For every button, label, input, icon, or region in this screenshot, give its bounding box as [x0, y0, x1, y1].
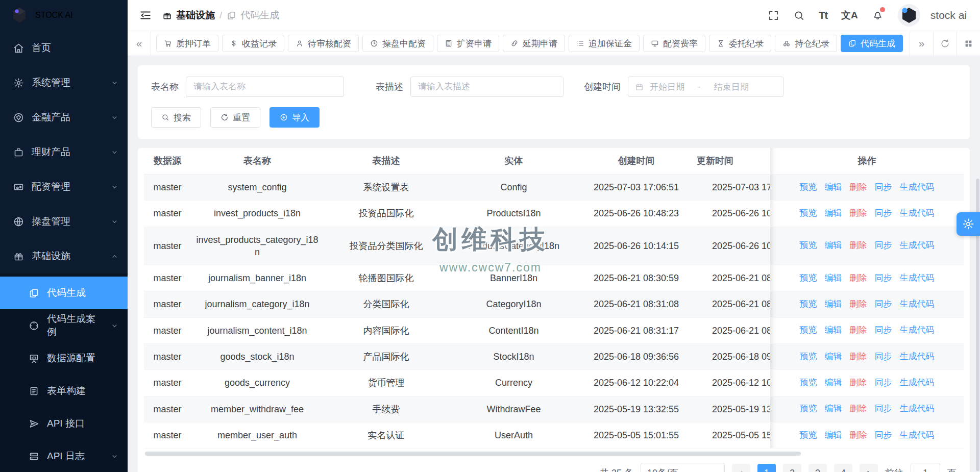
create-time-range-picker[interactable]: 开始日期 - 结束日期 — [628, 77, 783, 97]
tab-delay-apply[interactable]: 延期申请 — [503, 35, 565, 52]
fullscreen-icon[interactable] — [768, 10, 779, 21]
delete-link[interactable]: 删除 — [850, 240, 867, 252]
tabs-scroll-right-icon[interactable]: » — [910, 31, 933, 56]
sync-link[interactable]: 同步 — [875, 351, 892, 363]
generate-code-link[interactable]: 生成代码 — [900, 208, 935, 219]
preview-link[interactable]: 预览 — [800, 240, 817, 252]
preview-link[interactable]: 预览 — [800, 272, 817, 284]
page-button-2[interactable]: 2 — [783, 464, 801, 472]
preview-link[interactable]: 预览 — [800, 351, 817, 363]
sync-link[interactable]: 同步 — [875, 430, 892, 441]
generate-code-link[interactable]: 生成代码 — [900, 351, 935, 363]
tab-entrust-records[interactable]: 委托纪录 — [709, 35, 771, 52]
sync-link[interactable]: 同步 — [875, 272, 892, 284]
preview-link[interactable]: 预览 — [800, 208, 817, 219]
sidebar-item-trading[interactable]: 操盘管理 — [0, 204, 128, 239]
search-button[interactable]: 搜索 — [151, 107, 201, 128]
edit-link[interactable]: 编辑 — [825, 430, 842, 441]
tab-expand-apply[interactable]: 扩资申请 — [437, 35, 499, 52]
import-button[interactable]: 导入 — [270, 107, 320, 128]
generate-code-link[interactable]: 生成代码 — [900, 182, 935, 193]
next-page-button[interactable]: › — [860, 464, 878, 472]
delete-link[interactable]: 删除 — [850, 377, 867, 389]
tab-allocation-rate[interactable]: 配资费率 — [643, 35, 705, 52]
sidebar-item-wealth[interactable]: 理财产品 — [0, 135, 128, 169]
layout-grid-icon[interactable] — [957, 31, 980, 56]
tabs-scroll-left-icon[interactable]: « — [128, 31, 151, 56]
horizontal-scrollbar-thumb[interactable] — [145, 452, 801, 456]
generate-code-link[interactable]: 生成代码 — [900, 430, 935, 441]
preview-link[interactable]: 预览 — [800, 377, 817, 389]
delete-link[interactable]: 删除 — [850, 325, 867, 336]
generate-code-link[interactable]: 生成代码 — [900, 325, 935, 336]
sync-link[interactable]: 同步 — [875, 299, 892, 310]
page-button-1[interactable]: 1 — [757, 464, 776, 472]
generate-code-link[interactable]: 生成代码 — [900, 240, 935, 252]
breadcrumb-root[interactable]: 基础设施 — [162, 9, 215, 22]
delete-link[interactable]: 删除 — [850, 403, 867, 415]
edit-link[interactable]: 编辑 — [825, 299, 842, 310]
delete-link[interactable]: 删除 — [850, 430, 867, 441]
tab-active-allocation[interactable]: 操盘中配资 — [362, 35, 433, 52]
preview-link[interactable]: 预览 — [800, 182, 817, 193]
sync-link[interactable]: 同步 — [875, 403, 892, 415]
edit-link[interactable]: 编辑 — [825, 377, 842, 389]
sync-link[interactable]: 同步 — [875, 377, 892, 389]
tab-pending-allocation[interactable]: 待审核配资 — [288, 35, 359, 52]
sidebar-item-api[interactable]: API 接口 — [0, 407, 128, 440]
sync-link[interactable]: 同步 — [875, 208, 892, 219]
translate-icon[interactable]: 文A — [841, 9, 858, 22]
sidebar-item-codegen[interactable]: 代码生成 — [0, 277, 128, 309]
sidebar-item-codegen-case[interactable]: 代码生成案例 — [0, 309, 128, 342]
sidebar-item-form-builder[interactable]: 表单构建 — [0, 375, 128, 407]
sidebar-item-allocation[interactable]: 配资管理 — [0, 169, 128, 204]
settings-gear-button[interactable] — [957, 212, 980, 236]
table-desc-input[interactable] — [410, 77, 564, 97]
sync-link[interactable]: 同步 — [875, 240, 892, 252]
generate-code-link[interactable]: 生成代码 — [900, 377, 935, 389]
edit-link[interactable]: 编辑 — [825, 351, 842, 363]
delete-link[interactable]: 删除 — [850, 272, 867, 284]
tab-pledge-orders[interactable]: 质押订单 — [156, 35, 218, 52]
sidebar-item-finance[interactable]: 金融产品 — [0, 100, 128, 135]
reset-button[interactable]: 重置 — [210, 107, 260, 128]
edit-link[interactable]: 编辑 — [825, 240, 842, 252]
edit-link[interactable]: 编辑 — [825, 272, 842, 284]
generate-code-link[interactable]: 生成代码 — [900, 403, 935, 415]
generate-code-link[interactable]: 生成代码 — [900, 272, 935, 284]
delete-link[interactable]: 删除 — [850, 208, 867, 219]
tab-income-records[interactable]: 收益记录 — [222, 35, 284, 52]
delete-link[interactable]: 删除 — [850, 351, 867, 363]
delete-link[interactable]: 删除 — [850, 299, 867, 310]
preview-link[interactable]: 预览 — [800, 403, 817, 415]
preview-link[interactable]: 预览 — [800, 325, 817, 336]
search-icon[interactable] — [793, 10, 805, 21]
notification-bell-icon[interactable] — [872, 9, 884, 22]
sync-link[interactable]: 同步 — [875, 182, 892, 193]
page-size-select[interactable]: 10条/页 — [641, 463, 725, 472]
sidebar-item-infrastructure[interactable]: 基础设施 — [0, 239, 128, 274]
refresh-icon[interactable] — [933, 31, 957, 56]
sidebar-item-system[interactable]: 系统管理 — [0, 65, 128, 100]
preview-link[interactable]: 预览 — [800, 430, 817, 441]
tab-position-records[interactable]: 持仓纪录 — [775, 35, 837, 52]
page-button-4[interactable]: 4 — [834, 464, 852, 472]
avatar[interactable] — [897, 4, 921, 27]
edit-link[interactable]: 编辑 — [825, 208, 842, 219]
edit-link[interactable]: 编辑 — [825, 182, 842, 193]
edit-link[interactable]: 编辑 — [825, 325, 842, 336]
preview-link[interactable]: 预览 — [800, 299, 817, 310]
tab-margin-call[interactable]: 追加保证金 — [569, 35, 640, 52]
delete-link[interactable]: 删除 — [850, 182, 867, 193]
sidebar-item-home[interactable]: 首页 — [0, 31, 128, 65]
prev-page-button[interactable]: ‹ — [732, 464, 750, 472]
goto-page-input[interactable] — [911, 463, 940, 472]
generate-code-link[interactable]: 生成代码 — [900, 299, 935, 310]
edit-link[interactable]: 编辑 — [825, 403, 842, 415]
sidebar-item-datasource[interactable]: 数据源配置 — [0, 342, 128, 375]
page-button-3[interactable]: 3 — [808, 464, 827, 472]
sidebar-collapse-icon[interactable] — [139, 9, 152, 22]
sync-link[interactable]: 同步 — [875, 325, 892, 336]
horizontal-scrollbar[interactable] — [145, 452, 964, 456]
font-size-icon[interactable]: Tt — [819, 10, 827, 21]
